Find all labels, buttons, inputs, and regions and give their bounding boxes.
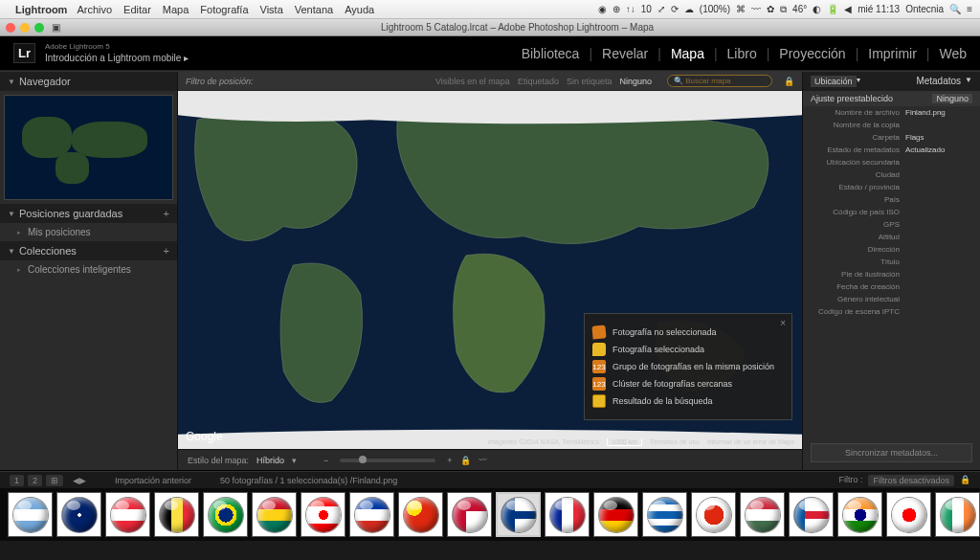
metadata-field[interactable]: Fecha de creación [803, 280, 980, 293]
lock-icon[interactable]: 🔒 [460, 456, 471, 465]
zoom-slider[interactable] [340, 459, 435, 462]
filmstrip-thumbnail[interactable] [642, 492, 687, 537]
menu-mapa[interactable]: Mapa [163, 4, 189, 15]
metadata-field[interactable]: Pie de ilustración [803, 268, 980, 280]
location-dropdown[interactable]: Ubicación [811, 76, 857, 87]
filmstrip-thumbnail[interactable] [545, 492, 590, 537]
tray-icon[interactable]: ↑↓ [626, 4, 635, 14]
filter-lock-icon[interactable]: 🔒 [784, 77, 794, 86]
sync-metadata-button[interactable]: Sincronizar metadatos... [811, 443, 972, 462]
metadata-field[interactable]: Ciudad [803, 168, 980, 181]
filmstrip-thumbnail[interactable] [154, 492, 199, 537]
module-mapa[interactable]: Mapa [671, 46, 704, 61]
tray-icon[interactable]: 〰 [751, 4, 761, 14]
report-link[interactable]: Informar de un error de Maps [707, 438, 794, 446]
prev-button[interactable]: ◀ [73, 476, 79, 485]
module-proyección[interactable]: Proyección [779, 46, 845, 61]
filmstrip-thumbnail[interactable] [301, 492, 345, 537]
filter-dropdown[interactable]: Filtros desactivados [868, 475, 954, 486]
metadata-field[interactable]: Género intelectual [803, 293, 980, 305]
filter-option[interactable]: Ninguno [619, 77, 652, 86]
module-biblioteca[interactable]: Biblioteca [522, 46, 580, 61]
filmstrip-thumbnail[interactable] [496, 492, 541, 537]
tray-icon[interactable]: ⤢ [657, 4, 665, 14]
view-2-button[interactable]: 2 [28, 475, 42, 486]
view-1-button[interactable]: 1 [10, 475, 24, 486]
metadata-field[interactable]: Código de escena IPTC [803, 305, 980, 318]
tray-icon[interactable]: ⟳ [671, 4, 679, 14]
filmstrip[interactable] [0, 488, 980, 541]
tray-icon[interactable]: ⌘ [736, 4, 746, 14]
tray-icon[interactable]: ◐ [813, 4, 821, 14]
clock[interactable]: mié 11:13 [858, 4, 900, 14]
next-button[interactable]: ▶ [79, 476, 86, 485]
map-view[interactable]: × Fotografía no seleccionada Fotografía … [178, 91, 802, 449]
filmstrip-thumbnail[interactable] [398, 492, 443, 537]
spotlight-icon[interactable]: 🔍 [949, 4, 961, 14]
filmstrip-thumbnail[interactable] [935, 492, 980, 537]
metadata-field[interactable]: Estado de metadatosActualizado [803, 144, 980, 156]
metadata-field[interactable]: Nombre de archivoFinland.png [803, 106, 980, 119]
zoom-window-button[interactable] [34, 23, 44, 33]
navigator-thumbnail[interactable] [4, 95, 173, 200]
filmstrip-thumbnail[interactable] [789, 492, 834, 537]
metadata-header[interactable]: Ubicación▾ Metadatos▼ [803, 72, 980, 91]
menu-app-name[interactable]: Lightroom [15, 4, 67, 15]
module-imprimir[interactable]: Imprimir [868, 46, 917, 61]
filmstrip-thumbnail[interactable] [447, 492, 492, 537]
filter-option[interactable]: Sin etiqueta [567, 77, 612, 86]
legend-close-button[interactable]: × [780, 318, 786, 328]
tray-icon[interactable]: ⧉ [780, 4, 787, 15]
menu-archivo[interactable]: Archivo [77, 4, 112, 15]
tray-icon[interactable]: ◉ [598, 4, 607, 14]
terms-link[interactable]: Términos de uso [650, 438, 700, 446]
metadata-field[interactable]: CarpetaFlags [803, 131, 980, 144]
filter-option[interactable]: Etiquetado [518, 77, 559, 86]
tray-icon[interactable]: ✿ [767, 4, 774, 14]
menu-fotografia[interactable]: Fotografía [200, 4, 248, 15]
style-value[interactable]: Híbrido [256, 456, 284, 465]
metadata-field[interactable]: Título [803, 256, 980, 268]
user[interactable]: Ontecnia [905, 4, 944, 14]
tray-icon[interactable]: ☁ [684, 4, 694, 14]
add-collection-button[interactable]: + [164, 245, 169, 257]
add-position-button[interactable]: + [164, 208, 169, 219]
navigator-header[interactable]: ▼Navegador [0, 72, 177, 91]
filmstrip-thumbnail[interactable] [252, 492, 297, 537]
metadata-field[interactable]: Ubicación secundaria [803, 156, 980, 168]
metadata-field[interactable]: Dirección [803, 243, 980, 256]
preset-value[interactable]: Ninguno [932, 94, 972, 103]
import-label[interactable]: Importación anterior [115, 476, 191, 485]
saved-positions-header[interactable]: ▼Posiciones guardadas+ [0, 204, 177, 223]
filmstrip-thumbnail[interactable] [8, 492, 53, 537]
metadata-field[interactable]: País [803, 193, 980, 206]
curve-icon[interactable]: 〰 [479, 456, 487, 465]
my-positions-item[interactable]: Mis posiciones [0, 223, 177, 241]
filmstrip-thumbnail[interactable] [691, 492, 736, 537]
filmstrip-thumbnail[interactable] [349, 492, 394, 537]
filmstrip-thumbnail[interactable] [56, 492, 101, 537]
filmstrip-thumbnail[interactable] [203, 492, 248, 537]
minimize-window-button[interactable] [20, 23, 30, 33]
menu-ventana[interactable]: Ventana [295, 4, 333, 15]
grid-button[interactable]: ⊞ [46, 475, 63, 486]
metadata-field[interactable]: Código de país ISO [803, 206, 980, 218]
filmstrip-thumbnail[interactable] [105, 492, 150, 537]
menu-ayuda[interactable]: Ayuda [345, 4, 374, 15]
tray-icon[interactable]: ⊕ [612, 4, 620, 14]
map-search-input[interactable]: 🔍 Buscar mapa [667, 75, 772, 87]
metadata-field[interactable]: Nombre de la copia [803, 119, 980, 131]
filter-lock-icon[interactable]: 🔒 [960, 475, 970, 486]
menu-editar[interactable]: Editar [123, 4, 151, 15]
menu-icon[interactable]: ≡ [967, 4, 972, 14]
intro-link[interactable]: Introducción a Lightroom mobile ▸ [45, 53, 189, 63]
metadata-field[interactable]: GPS [803, 218, 980, 231]
filmstrip-thumbnail[interactable] [886, 492, 931, 537]
module-libro[interactable]: Libro [727, 46, 757, 61]
filter-option[interactable]: Visibles en el mapa [435, 77, 510, 86]
metadata-field[interactable]: Altitud [803, 231, 980, 243]
tray-icon[interactable]: ◀ [844, 4, 852, 14]
menu-vista[interactable]: Vista [260, 4, 283, 15]
filmstrip-thumbnail[interactable] [837, 492, 882, 537]
smart-collections-item[interactable]: Colecciones inteligentes [0, 260, 177, 279]
